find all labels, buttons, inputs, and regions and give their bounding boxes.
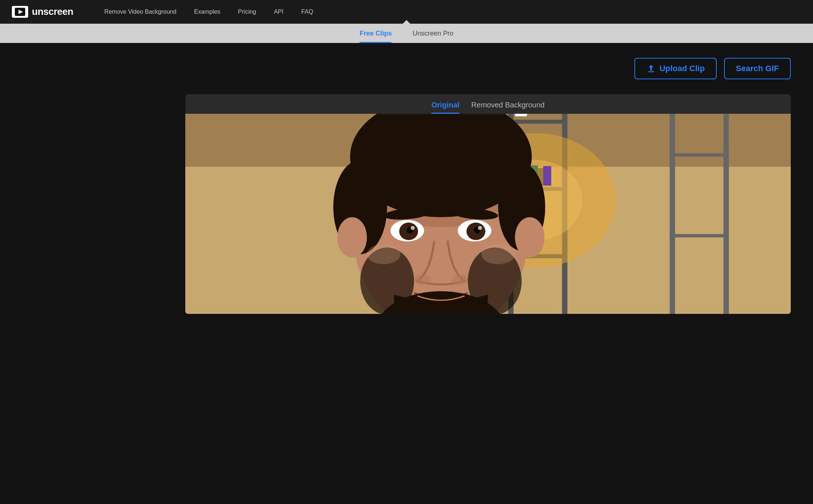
sub-navigation: Free Clips Unscreen Pro [0,24,813,43]
sub-nav-free-clips[interactable]: Free Clips [349,24,402,43]
svg-rect-24 [543,166,551,186]
brand-name: unscreen [32,6,73,17]
play-icon [15,8,25,16]
video-tabs: Original Removed Background [185,94,791,114]
nav-link-faq[interactable]: FAQ [292,0,322,24]
svg-rect-2 [648,72,654,72]
search-gif-button[interactable]: Search GIF [724,58,791,79]
nav-item-faq[interactable]: FAQ [292,0,322,24]
svg-point-43 [478,226,482,230]
logo-icon-box [12,6,28,18]
nav-item-examples[interactable]: Examples [185,0,229,24]
nav-item-pricing[interactable]: Pricing [229,0,265,24]
main-nav-links: Remove Video Background Examples Pricing… [96,0,322,24]
nav-link-remove-bg[interactable]: Remove Video Background [96,0,186,24]
svg-point-51 [337,217,367,258]
video-frame: shutterstock [185,114,791,314]
upload-icon [646,64,656,73]
nav-link-examples[interactable]: Examples [185,0,229,24]
svg-point-52 [515,217,545,258]
scene-svg: shutterstock [185,114,791,314]
sub-nav-unscreen-pro[interactable]: Unscreen Pro [402,24,464,43]
nav-item-api[interactable]: API [265,0,292,24]
svg-point-44 [414,274,430,285]
svg-rect-13 [670,234,729,237]
tab-original[interactable]: Original [431,101,459,114]
tab-removed-background[interactable]: Removed Background [471,101,545,114]
video-image-container: shutterstock [185,114,791,314]
svg-rect-10 [670,114,675,314]
svg-rect-16 [515,114,527,116]
svg-point-42 [411,226,415,230]
nav-link-pricing[interactable]: Pricing [229,0,265,24]
svg-rect-11 [723,114,729,314]
svg-point-45 [452,274,468,285]
action-buttons: Upload Clip Search GIF [22,58,791,79]
nav-link-api[interactable]: API [265,0,292,24]
search-gif-label: Search GIF [736,64,779,73]
nav-item-remove-bg[interactable]: Remove Video Background [96,0,186,24]
video-panel: Original Removed Background [185,94,791,314]
svg-rect-12 [670,153,729,157]
upload-clip-button[interactable]: Upload Clip [634,58,717,79]
svg-point-49 [367,244,401,264]
logo-area[interactable]: unscreen [12,6,73,18]
upload-clip-label: Upload Clip [660,64,705,73]
svg-rect-7 [508,120,567,124]
main-content: Upload Clip Search GIF Original Removed … [0,43,813,504]
svg-point-50 [481,244,515,264]
